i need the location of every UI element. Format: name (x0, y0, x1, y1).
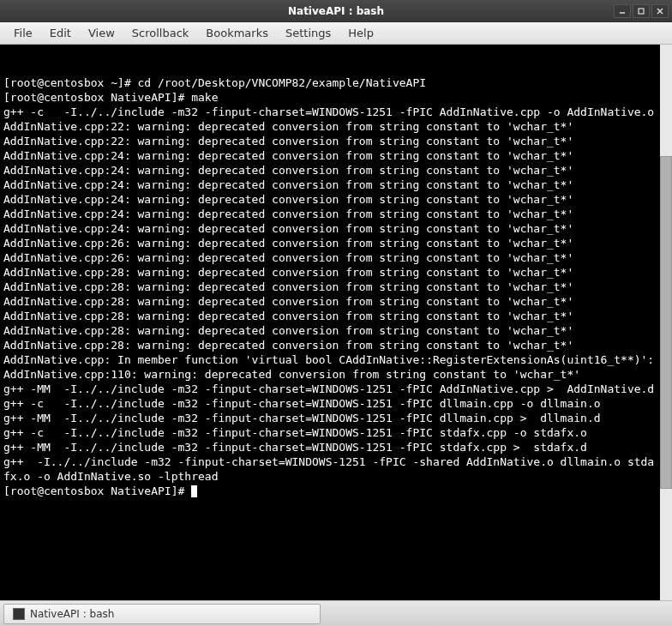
titlebar: NativeAPI : bash (0, 0, 672, 22)
maximize-icon (637, 7, 645, 15)
terminal-line: g++ -c -I../../include -m32 -finput-char… (3, 105, 654, 118)
terminal-line: AddInNative.cpp:26: warning: deprecated … (3, 237, 573, 250)
terminal-line: AddInNative.cpp: In member function 'vir… (3, 353, 654, 366)
terminal-line: AddInNative.cpp:24: warning: deprecated … (3, 208, 573, 220)
terminal-line: g++ -c -I../../include -m32 -finput-char… (3, 397, 601, 410)
terminal-line: AddInNative.cpp:22: warning: deprecated … (3, 120, 573, 133)
maximize-button[interactable] (633, 4, 650, 18)
terminal-line: AddInNative.cpp:28: warning: deprecated … (3, 339, 573, 352)
terminal-scrollbar-thumb[interactable] (660, 156, 672, 490)
menu-settings[interactable]: Settings (277, 24, 339, 42)
terminal-line: g++ -MM -I../../include -m32 -finput-cha… (3, 441, 587, 454)
terminal-line: g++ -c -I../../include -m32 -finput-char… (3, 426, 587, 439)
menubar: File Edit View Scrollback Bookmarks Sett… (0, 22, 672, 45)
terminal-line: g++ -MM -I../../include -m32 -finput-cha… (3, 412, 601, 424)
terminal-line: g++ -MM -I../../include -m32 -finput-cha… (3, 382, 654, 395)
terminal-cursor (191, 485, 197, 497)
terminal-content: [root@centosbox ~]# cd /root/Desktop/VNC… (3, 75, 669, 498)
close-icon (656, 7, 664, 15)
terminal-line: AddInNative.cpp:28: warning: deprecated … (3, 295, 573, 308)
menu-help[interactable]: Help (339, 24, 382, 42)
minimize-button[interactable] (614, 4, 631, 18)
terminal-line: AddInNative.cpp:24: warning: deprecated … (3, 193, 573, 206)
menu-file[interactable]: File (5, 24, 41, 42)
window-controls (614, 4, 669, 18)
terminal-line: AddInNative.cpp:28: warning: deprecated … (3, 324, 573, 337)
menu-scrollback[interactable]: Scrollback (123, 24, 198, 42)
terminal-icon (13, 608, 25, 620)
terminal-line: [root@centosbox NativeAPI]# make (3, 91, 218, 104)
terminal-line: AddInNative.cpp:24: warning: deprecated … (3, 222, 573, 235)
terminal-line: AddInNative.cpp:22: warning: deprecated … (3, 135, 573, 147)
menu-edit[interactable]: Edit (41, 24, 80, 42)
menu-bookmarks[interactable]: Bookmarks (197, 24, 277, 42)
window-title: NativeAPI : bash (288, 5, 384, 17)
terminal-line: AddInNative.cpp:24: warning: deprecated … (3, 164, 573, 177)
menu-view[interactable]: View (80, 24, 123, 42)
taskbar: NativeAPI : bash (0, 600, 672, 626)
terminal-line: AddInNative.cpp:28: warning: deprecated … (3, 310, 573, 322)
terminal-scrollbar[interactable] (660, 45, 672, 600)
taskbar-item-label: NativeAPI : bash (30, 608, 114, 620)
terminal-line: AddInNative.cpp:110: warning: deprecated… (3, 368, 580, 381)
svg-rect-1 (639, 9, 644, 14)
terminal-line: AddInNative.cpp:28: warning: deprecated … (3, 280, 573, 293)
terminal-line: AddInNative.cpp:28: warning: deprecated … (3, 266, 573, 279)
terminal-line: g++ -I../../include -m32 -finput-charset… (3, 455, 654, 483)
terminal-line: [root@centosbox ~]# cd /root/Desktop/VNC… (3, 76, 426, 89)
terminal-line: AddInNative.cpp:24: warning: deprecated … (3, 149, 573, 162)
terminal-line: AddInNative.cpp:24: warning: deprecated … (3, 178, 573, 191)
minimize-icon (618, 7, 627, 15)
terminal-line: [root@centosbox NativeAPI]# (3, 485, 191, 497)
close-button[interactable] (651, 4, 669, 18)
terminal[interactable]: [root@centosbox ~]# cd /root/Desktop/VNC… (0, 45, 672, 600)
terminal-line: AddInNative.cpp:26: warning: deprecated … (3, 251, 573, 264)
taskbar-item-terminal[interactable]: NativeAPI : bash (3, 604, 321, 624)
